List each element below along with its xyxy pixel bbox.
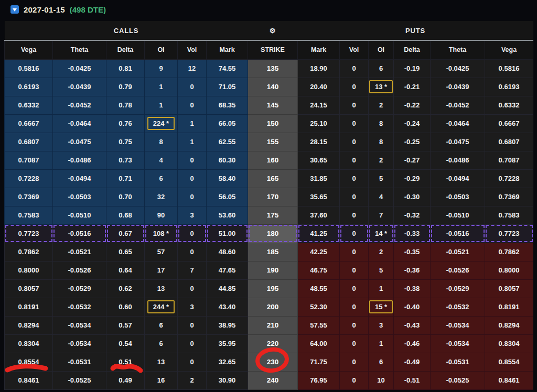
call-vega-cell[interactable]: 0.7369 bbox=[5, 188, 53, 206]
call-delta-cell[interactable]: 0.57 bbox=[106, 316, 145, 334]
put-theta-cell[interactable]: -0.0475 bbox=[431, 133, 485, 151]
call-vega-cell[interactable]: 0.8191 bbox=[5, 298, 53, 316]
expiry-selector[interactable]: 2027-01-15 (498 DTE) bbox=[0, 0, 537, 19]
call-oi-cell[interactable]: 224 * bbox=[145, 114, 178, 133]
put-mark-cell[interactable]: 42.25 bbox=[298, 243, 340, 261]
put-vol-cell[interactable]: 0 bbox=[340, 59, 369, 78]
call-theta-cell[interactable]: -0.0529 bbox=[53, 279, 106, 298]
put-vol-cell[interactable]: 0 bbox=[340, 133, 369, 151]
call-vega-cell[interactable]: 0.8304 bbox=[5, 334, 53, 353]
put-vega-cell[interactable]: 0.7087 bbox=[485, 151, 533, 169]
put-vega-cell[interactable]: 0.6667 bbox=[485, 114, 533, 133]
put-delta-cell[interactable]: -0.51 bbox=[394, 371, 431, 389]
put-mark-cell[interactable]: 64.00 bbox=[298, 334, 340, 353]
put-delta-cell[interactable]: -0.27 bbox=[394, 151, 431, 169]
put-vol-cell[interactable]: 0 bbox=[340, 334, 369, 353]
call-mark-cell[interactable]: 53.60 bbox=[207, 206, 248, 224]
call-delta-cell[interactable]: 0.62 bbox=[106, 279, 145, 298]
put-theta-cell[interactable]: -0.0486 bbox=[431, 151, 485, 169]
call-mark-cell[interactable]: 56.05 bbox=[207, 188, 248, 206]
put-delta-cell[interactable]: -0.30 bbox=[394, 188, 431, 206]
put-oi-cell[interactable]: 8 bbox=[369, 114, 394, 133]
put-theta-cell[interactable]: -0.0464 bbox=[431, 114, 485, 133]
put-oi-cell[interactable]: 2 bbox=[369, 243, 394, 261]
put-vega-cell[interactable]: 0.7228 bbox=[485, 169, 533, 188]
call-delta-cell[interactable]: 0.67 bbox=[106, 224, 145, 243]
put-theta-cell[interactable]: -0.0525 bbox=[431, 371, 485, 389]
call-vega-cell[interactable]: 0.7583 bbox=[5, 206, 53, 224]
call-delta-cell[interactable]: 0.76 bbox=[106, 114, 145, 133]
call-vega-cell[interactable]: 0.6667 bbox=[5, 114, 53, 133]
call-vega-cell[interactable]: 0.8057 bbox=[5, 279, 53, 298]
call-oi-cell[interactable]: 4 bbox=[145, 151, 178, 169]
call-mark-cell[interactable]: 47.65 bbox=[207, 261, 248, 279]
put-mark-cell[interactable]: 46.75 bbox=[298, 261, 340, 279]
put-mark-cell[interactable]: 57.55 bbox=[298, 316, 340, 334]
put-vol-cell[interactable]: 0 bbox=[340, 114, 369, 133]
call-mark-cell[interactable]: 44.85 bbox=[207, 279, 248, 298]
put-vol-cell[interactable]: 0 bbox=[340, 316, 369, 334]
put-vol-cell[interactable]: 0 bbox=[340, 261, 369, 279]
put-mark-cell[interactable]: 76.95 bbox=[298, 371, 340, 389]
put-vega-cell[interactable]: 0.6332 bbox=[485, 96, 533, 114]
put-mark-cell[interactable]: 37.60 bbox=[298, 206, 340, 224]
call-mark-cell[interactable]: 48.60 bbox=[207, 243, 248, 261]
call-delta-cell[interactable]: 0.78 bbox=[106, 96, 145, 114]
call-vega-cell[interactable]: 0.8461 bbox=[5, 371, 53, 389]
put-vol-cell[interactable]: 0 bbox=[340, 78, 369, 96]
put-vega-cell[interactable]: 0.6807 bbox=[485, 133, 533, 151]
call-vega-cell[interactable]: 0.8554 bbox=[5, 353, 53, 371]
call-vega-cell[interactable]: 0.8294 bbox=[5, 316, 53, 334]
put-oi-cell[interactable]: 2 bbox=[369, 96, 394, 114]
call-theta-cell[interactable]: -0.0439 bbox=[53, 78, 106, 96]
call-mark-cell[interactable]: 51.00 bbox=[207, 224, 248, 243]
put-mark-cell[interactable]: 31.85 bbox=[298, 169, 340, 188]
put-delta-cell[interactable]: -0.19 bbox=[394, 59, 431, 78]
put-mark-cell[interactable]: 30.65 bbox=[298, 151, 340, 169]
put-oi-cell[interactable]: 6 bbox=[369, 353, 394, 371]
call-oi-cell[interactable]: 1 bbox=[145, 96, 178, 114]
call-delta-cell[interactable]: 0.64 bbox=[106, 261, 145, 279]
call-theta-cell[interactable]: -0.0475 bbox=[53, 133, 106, 151]
call-delta-cell[interactable]: 0.81 bbox=[106, 59, 145, 78]
call-vol-cell[interactable]: 0 bbox=[178, 353, 207, 371]
put-vega-cell[interactable]: 0.8554 bbox=[485, 353, 533, 371]
put-theta-cell[interactable]: -0.0516 bbox=[431, 224, 485, 243]
call-mark-cell[interactable]: 38.95 bbox=[207, 316, 248, 334]
call-delta-cell[interactable]: 0.73 bbox=[106, 151, 145, 169]
put-theta-cell[interactable]: -0.0526 bbox=[431, 261, 485, 279]
put-mark-cell[interactable]: 52.30 bbox=[298, 298, 340, 316]
call-mark-cell[interactable]: 58.40 bbox=[207, 169, 248, 188]
call-theta-cell[interactable]: -0.0526 bbox=[53, 261, 106, 279]
put-vol-cell[interactable]: 0 bbox=[340, 298, 369, 316]
call-oi-cell[interactable]: 17 bbox=[145, 261, 178, 279]
call-mark-cell[interactable]: 60.30 bbox=[207, 151, 248, 169]
call-mark-cell[interactable]: 35.95 bbox=[207, 334, 248, 353]
put-theta-cell[interactable]: -0.0425 bbox=[431, 59, 485, 78]
call-vol-cell[interactable]: 0 bbox=[178, 243, 207, 261]
call-oi-cell[interactable]: 244 * bbox=[145, 298, 178, 316]
call-vol-cell[interactable]: 0 bbox=[178, 151, 207, 169]
put-delta-cell[interactable]: -0.32 bbox=[394, 206, 431, 224]
put-vega-cell[interactable]: 0.7369 bbox=[485, 188, 533, 206]
call-oi-cell[interactable]: 1 bbox=[145, 78, 178, 96]
put-oi-cell[interactable]: 7 bbox=[369, 206, 394, 224]
put-oi-cell[interactable]: 1 bbox=[369, 334, 394, 353]
call-delta-cell[interactable]: 0.71 bbox=[106, 169, 145, 188]
put-theta-cell[interactable]: -0.0534 bbox=[431, 316, 485, 334]
call-delta-cell[interactable]: 0.51 bbox=[106, 353, 145, 371]
gear-icon[interactable]: ⚙ bbox=[248, 21, 298, 40]
put-oi-cell[interactable]: 1 bbox=[369, 279, 394, 298]
put-mark-cell[interactable]: 25.10 bbox=[298, 114, 340, 133]
put-oi-cell[interactable]: 3 bbox=[369, 316, 394, 334]
put-mark-cell[interactable]: 24.15 bbox=[298, 96, 340, 114]
call-vega-cell[interactable]: 0.8000 bbox=[5, 261, 53, 279]
call-vol-cell[interactable]: 0 bbox=[178, 96, 207, 114]
call-vega-cell[interactable]: 0.6332 bbox=[5, 96, 53, 114]
put-vol-cell[interactable]: 0 bbox=[340, 279, 369, 298]
call-mark-cell[interactable]: 66.05 bbox=[207, 114, 248, 133]
put-theta-cell[interactable]: -0.0439 bbox=[431, 78, 485, 96]
call-theta-cell[interactable]: -0.0464 bbox=[53, 114, 106, 133]
put-vol-cell[interactable]: 0 bbox=[340, 353, 369, 371]
call-theta-cell[interactable]: -0.0494 bbox=[53, 169, 106, 188]
